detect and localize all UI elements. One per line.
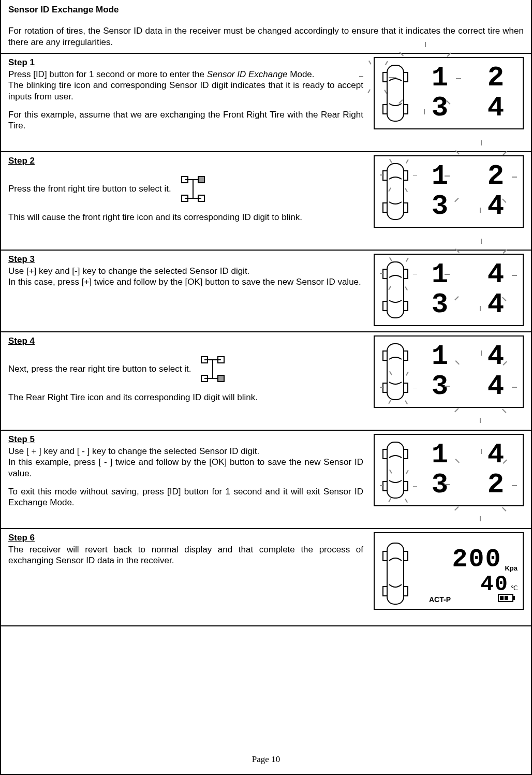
digit-rl: 3 xyxy=(427,193,453,221)
step-5-line2: In this example, press [ - ] twice and f… xyxy=(8,457,363,479)
digit-fr: 4 xyxy=(483,343,509,371)
step-2-row: Step 2 Press the front right tire button… xyxy=(1,151,531,250)
page: Sensor ID Exchange Mode For rotation of … xyxy=(0,0,532,775)
step-2-line1: Press the front right tire button to sel… xyxy=(8,183,171,194)
svg-rect-4 xyxy=(404,105,408,114)
step-6-text: Step 6 The receiver will revert back to … xyxy=(8,532,363,566)
step-2-line2: This will cause the front right tire ico… xyxy=(8,212,363,223)
svg-rect-40 xyxy=(383,551,387,561)
svg-rect-28 xyxy=(218,375,224,382)
temp-unit: ℃ xyxy=(511,584,518,592)
step-6-row: Step 6 The receiver will revert back to … xyxy=(1,528,531,626)
pressure-unit: Kpa xyxy=(505,564,518,573)
digit-fr: 2 xyxy=(483,163,509,191)
svg-rect-35 xyxy=(383,449,387,459)
svg-rect-30 xyxy=(383,351,387,360)
pressure-value: 200 xyxy=(452,547,501,573)
step-6-label: Step 6 xyxy=(8,532,363,543)
svg-rect-47 xyxy=(505,596,508,600)
page-title: Sensor ID Exchange Mode xyxy=(8,4,524,15)
digits-step-5: 1 4 3 2 xyxy=(418,441,518,499)
digit-rr: 4 xyxy=(483,291,509,319)
step-5-row: Step 5 Use [ + ] key and [ - ] key to ch… xyxy=(1,430,531,528)
step-4-line1: Next, press the rear right tire button t… xyxy=(8,363,191,374)
step-6-line1: The receiver will revert back to normal … xyxy=(8,544,363,566)
digits-step-3: 1 4 3 4 xyxy=(418,261,518,319)
tire-blink-fl-icon xyxy=(385,77,386,78)
lcd-step-4: 1 4 3 4 xyxy=(374,335,524,408)
step-1-text: Step 1 Press [ID] button for 1 second or… xyxy=(8,57,363,131)
step-2-text: Step 2 Press the front right tire button… xyxy=(8,155,363,223)
tire-blink-fr-icon xyxy=(406,176,406,176)
digit-fr: 2 xyxy=(483,64,509,92)
tire-blink-fr-icon xyxy=(406,274,406,274)
step-1-line3: For this example, assume that we are exc… xyxy=(8,109,363,131)
digit-fr: 4 xyxy=(483,261,509,289)
tire-blink-rr-icon xyxy=(406,388,406,388)
svg-rect-17 xyxy=(387,262,404,318)
step-2-label: Step 2 xyxy=(8,155,363,166)
step-5-line1: Use [ + ] key and [ - ] key to change th… xyxy=(8,446,363,457)
digit-fl: 1 xyxy=(427,343,453,371)
svg-rect-9 xyxy=(198,177,204,183)
intro-section: Sensor ID Exchange Mode For rotation of … xyxy=(1,0,531,53)
svg-rect-39 xyxy=(387,543,404,604)
step-4-text: Step 4 Next, press the rear right tire b… xyxy=(8,335,363,403)
temp-value: 40 xyxy=(481,574,509,595)
step-1-line2: The blinking tire icon and corresponding… xyxy=(8,80,363,102)
digit-blink-icon xyxy=(496,387,496,387)
step-3-label: Step 3 xyxy=(8,254,363,265)
digits-step-4: 1 4 3 4 xyxy=(418,343,518,401)
tire-blink-rr-icon xyxy=(406,486,406,487)
tire-button-schema-fr-icon xyxy=(178,173,209,204)
digit-rl: 3 xyxy=(427,291,453,319)
svg-rect-36 xyxy=(404,449,408,459)
battery-icon xyxy=(498,594,515,605)
mode-label: ACT-P xyxy=(429,595,451,605)
lcd-step-1: 1 2 3 4 xyxy=(374,57,524,129)
intro-text: For rotation of tires, the Sensor ID dat… xyxy=(8,25,524,48)
lcd-step-3: 1 4 3 4 xyxy=(374,254,524,326)
digit-rl: 3 xyxy=(427,94,453,122)
svg-rect-46 xyxy=(500,596,504,600)
car-icon xyxy=(380,160,411,223)
step-3-text: Step 3 Use [+] key and [-] key to change… xyxy=(8,254,363,288)
svg-rect-42 xyxy=(383,587,387,596)
step-4-line2: The Rear Right Tire icon and its corresp… xyxy=(8,392,363,403)
svg-rect-31 xyxy=(404,351,408,360)
car-icon xyxy=(380,259,411,321)
digit-fl: 1 xyxy=(427,64,453,92)
car-icon xyxy=(380,341,411,403)
digit-fl: 1 xyxy=(427,441,453,469)
digit-fr: 4 xyxy=(483,441,509,469)
step-5-line3: To exit this mode without saving, press … xyxy=(8,486,363,508)
page-footer: Page 10 xyxy=(1,754,531,765)
digit-rr: 4 xyxy=(483,193,509,221)
svg-rect-45 xyxy=(513,596,515,600)
svg-rect-21 xyxy=(404,301,408,311)
car-icon xyxy=(380,62,411,124)
step-1-label: Step 1 xyxy=(8,57,363,68)
digit-blink-icon xyxy=(496,485,496,486)
svg-rect-16 xyxy=(404,203,408,212)
svg-rect-3 xyxy=(383,105,387,114)
step-4-row: Step 4 Next, press the rear right tire b… xyxy=(1,331,531,430)
digit-blink-icon xyxy=(496,177,496,177)
lcd-step-2: 1 2 3 4 xyxy=(374,155,524,228)
step-1-line1b: Mode. xyxy=(288,69,315,79)
lcd-step-6: 200 Kpa 40 ℃ ACT-P xyxy=(374,532,524,610)
car-icon xyxy=(380,439,411,501)
svg-rect-41 xyxy=(404,551,408,561)
step-1-mode-name: Sensor ID Exchange xyxy=(207,69,288,79)
digits-step-2: 1 2 3 4 xyxy=(418,163,518,221)
svg-rect-20 xyxy=(383,301,387,311)
car-icon xyxy=(380,540,411,602)
step-3-line2: In this case, press [+] twice and follow… xyxy=(8,276,363,287)
step-3-line1: Use [+] key and [-] key to change the se… xyxy=(8,266,363,276)
digit-blink-icon xyxy=(496,275,496,275)
svg-rect-43 xyxy=(404,587,408,596)
svg-rect-15 xyxy=(383,203,387,212)
svg-rect-0 xyxy=(387,65,404,121)
digits-step-1: 1 2 3 4 xyxy=(418,64,518,122)
svg-rect-12 xyxy=(387,164,404,220)
